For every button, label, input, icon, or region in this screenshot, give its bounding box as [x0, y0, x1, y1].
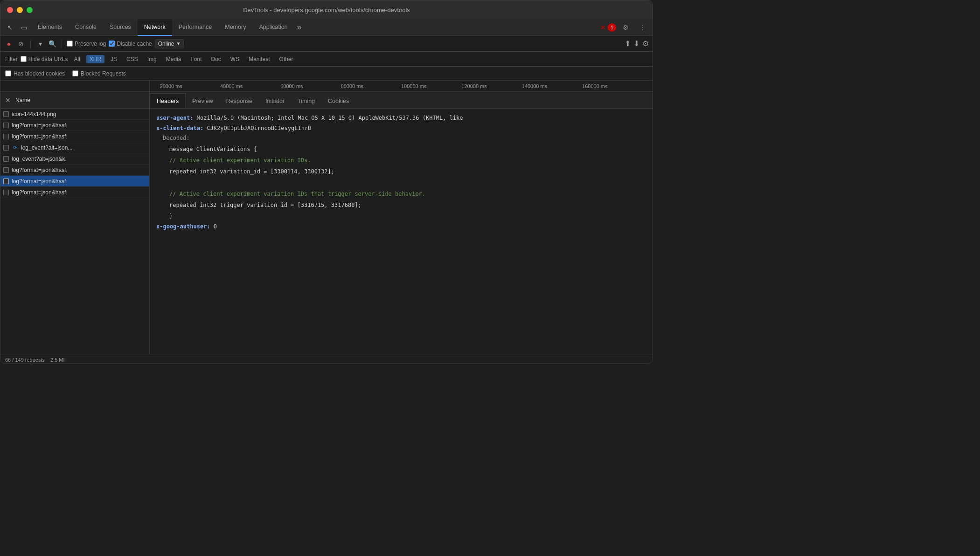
code-line-3: repeated int32 variation_id = [3300114, … [163, 166, 646, 177]
blocked-requests-checkbox[interactable] [72, 70, 78, 76]
timeline-mark-1: 20000 ms [160, 83, 182, 89]
error-x-icon: ✕ [600, 24, 606, 31]
nav-right-controls: ✕ 1 [600, 21, 650, 34]
file-item-0[interactable]: icon-144x144.png [0, 109, 149, 120]
filter-xhr[interactable]: XHR [86, 55, 104, 63]
filter-manifest[interactable]: Manifest [245, 55, 273, 63]
file-item-6[interactable]: log?format=json&hasf. [0, 176, 149, 187]
file-item-checkbox-2[interactable] [3, 134, 9, 139]
divider-2 [62, 40, 62, 48]
filter-ws[interactable]: WS [227, 55, 243, 63]
upload-icon[interactable]: ⬆ [625, 39, 631, 48]
preserve-log-checkbox[interactable] [67, 41, 73, 47]
tab-performance[interactable]: Performance [172, 19, 219, 36]
tab-initiator[interactable]: Initiator [259, 93, 291, 108]
file-list-container[interactable]: icon-144x144.png log?format=json&hasf. l… [0, 109, 149, 355]
filter-icon[interactable]: ▾ [35, 39, 45, 48]
has-blocked-cookies-checkbox[interactable] [5, 70, 11, 76]
file-item-5[interactable]: log?format=json&hasf. [0, 165, 149, 176]
tab-console[interactable]: Console [69, 19, 103, 36]
error-indicator[interactable]: ✕ 1 [600, 23, 616, 32]
filter-js[interactable]: JS [107, 55, 120, 63]
filter-font[interactable]: Font [187, 55, 205, 63]
filter-img[interactable]: Img [144, 55, 160, 63]
x-goog-authuser-value: 0 [214, 223, 217, 230]
tab-headers[interactable]: Headers [150, 93, 186, 108]
file-item-checkbox-6[interactable] [3, 178, 9, 184]
decoded-label: Decoded: [163, 133, 646, 144]
clear-button[interactable]: ⊘ [16, 39, 26, 48]
close-button[interactable] [7, 7, 13, 13]
disable-cache-checkbox-label[interactable]: Disable cache [109, 41, 152, 47]
tab-response[interactable]: Response [220, 93, 259, 108]
user-agent-key: user-agent: [156, 115, 193, 121]
tab-memory[interactable]: Memory [218, 19, 252, 36]
file-item-3[interactable]: ⟳ log_event?alt=json... [0, 142, 149, 153]
file-item-checkbox-1[interactable] [3, 123, 9, 128]
tab-application[interactable]: Application [252, 19, 294, 36]
code-line-2: // Active client experiment variation ID… [163, 155, 646, 166]
has-blocked-cookies-label[interactable]: Has blocked cookies [5, 70, 65, 77]
record-button[interactable]: ● [4, 39, 14, 48]
x-goog-authuser-row: x-goog-authuser: 0 [156, 222, 646, 232]
minimize-button[interactable] [17, 7, 23, 13]
code-line-1: message ClientVariations { [163, 144, 646, 155]
cursor-icon[interactable]: ↖ [3, 21, 16, 34]
tab-network[interactable]: Network [138, 19, 172, 36]
network-settings-icon[interactable] [642, 39, 649, 48]
window-controls[interactable] [7, 7, 33, 13]
filter-doc[interactable]: Doc [208, 55, 224, 63]
tab-elements[interactable]: Elements [31, 19, 69, 36]
panel-tabs: Headers Preview Response Initiator Timin… [150, 92, 653, 109]
x-client-data-key: x-client-data: [156, 125, 203, 131]
file-item-checkbox-7[interactable] [3, 190, 9, 195]
file-item-checkbox-3[interactable] [3, 145, 9, 151]
close-panel-icon[interactable]: ✕ [3, 96, 13, 105]
tab-timing[interactable]: Timing [291, 93, 321, 108]
file-item-7[interactable]: log?format=json&hasf. [0, 187, 149, 198]
preserve-log-checkbox-label[interactable]: Preserve log [67, 41, 106, 47]
timeline-mark-4: 80000 ms [341, 83, 363, 89]
user-agent-row: user-agent: Mozilla/5.0 (Macintosh; Inte… [156, 113, 646, 124]
blocked-requests-label[interactable]: Blocked Requests [72, 70, 126, 77]
headers-content[interactable]: user-agent: Mozilla/5.0 (Macintosh; Inte… [150, 109, 653, 355]
file-item-checkbox-5[interactable] [3, 167, 9, 173]
filter-other[interactable]: Other [276, 55, 297, 63]
hide-data-urls-label[interactable]: Hide data URLs [21, 56, 68, 62]
tab-preview[interactable]: Preview [186, 93, 219, 108]
settings-icon[interactable] [619, 21, 632, 34]
file-list: icon-144x144.png log?format=json&hasf. l… [0, 109, 149, 198]
more-options-icon[interactable] [636, 21, 649, 34]
network-condition-select[interactable]: Online ▼ [155, 39, 184, 48]
requests-summary: 66 / 149 requests [5, 357, 45, 363]
hide-data-urls-checkbox[interactable] [21, 56, 27, 62]
code-line-5: // Active client experiment variation ID… [163, 188, 646, 199]
divider-1 [30, 40, 31, 48]
file-item-checkbox-4[interactable] [3, 156, 9, 162]
filter-label: Filter [5, 56, 18, 62]
tab-cookies[interactable]: Cookies [321, 93, 355, 108]
file-item-2[interactable]: log?format=json&hasf. [0, 131, 149, 142]
more-tabs-button[interactable]: » [294, 22, 305, 32]
filter-media[interactable]: Media [163, 55, 185, 63]
timeline-mark-7: 140000 ms [522, 83, 547, 89]
download-icon[interactable]: ⬇ [633, 39, 639, 48]
timeline-mark-2: 40000 ms [220, 83, 243, 89]
filter-css[interactable]: CSS [123, 55, 141, 63]
file-item-1[interactable]: log?format=json&hasf. [0, 120, 149, 131]
maximize-button[interactable] [27, 7, 33, 13]
main-content: ✕ Name icon-144x144.png log?format=json&… [0, 92, 653, 355]
device-toolbar-icon[interactable]: ▭ [17, 21, 30, 34]
devtools-nav: ↖ ▭ Elements Console Sources Network Per… [0, 19, 653, 36]
file-item-name-1: log?format=json&hasf. [12, 122, 146, 129]
disable-cache-checkbox[interactable] [109, 41, 115, 47]
file-item-4[interactable]: log_event?alt=json&k. [0, 153, 149, 165]
code-line-7: } [163, 211, 646, 222]
code-line-6: repeated int32 trigger_variation_id = [3… [163, 199, 646, 211]
timeline-mark-3: 60000 ms [280, 83, 303, 89]
filter-all[interactable]: All [70, 55, 83, 63]
search-icon[interactable]: 🔍 [48, 39, 57, 48]
user-agent-value: Mozilla/5.0 (Macintosh; Intel Mac OS X 1… [197, 115, 463, 121]
file-item-checkbox-0[interactable] [3, 111, 9, 117]
tab-sources[interactable]: Sources [103, 19, 138, 36]
